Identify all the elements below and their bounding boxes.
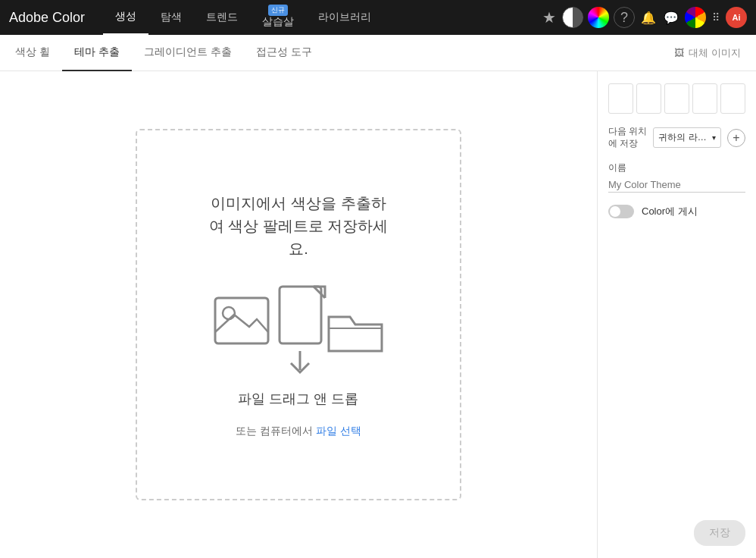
- apps-grid-icon[interactable]: ⠿: [711, 10, 721, 25]
- name-input[interactable]: [608, 177, 745, 193]
- save-to-row: 다음 위치 에 저장 귀하의 라이... ▾ +: [608, 126, 745, 149]
- publish-row: Color에 게시: [608, 205, 745, 218]
- left-panel: 이미지에서 색상을 추출하여 색상 팔레트로 저장하세요.: [0, 71, 597, 558]
- drop-zone-sub-text: 또는 컴퓨터에서 파일 선택: [236, 425, 361, 438]
- user-avatar[interactable]: [685, 7, 706, 28]
- swatch-1: [608, 83, 633, 114]
- add-library-button[interactable]: +: [727, 129, 745, 147]
- drop-zone[interactable]: 이미지에서 색상을 추출하여 색상 팔레트로 저장하세요.: [136, 129, 461, 500]
- drop-zone-dnd-text: 파일 드래그 앤 드롭: [238, 389, 358, 409]
- swatch-3: [664, 83, 689, 114]
- upload-illustration: [208, 275, 389, 374]
- tab-gradient-extract[interactable]: 그레이디언트 추출: [132, 35, 244, 71]
- nav-icons: ★ ? 🔔 💬 ⠿ Ai: [541, 7, 747, 28]
- tab-theme-extract[interactable]: 테마 추출: [62, 35, 132, 71]
- drop-zone-main-text: 이미지에서 색상을 추출하여 색상 팔레트로 저장하세요.: [209, 192, 389, 260]
- replace-image-button[interactable]: 🖼 대체 이미지: [674, 46, 741, 60]
- image-icon: 🖼: [674, 47, 684, 58]
- swatch-5: [720, 83, 745, 114]
- publish-label: Color에 게시: [642, 205, 698, 218]
- svg-point-1: [223, 307, 235, 319]
- notification-icon[interactable]: 🔔: [639, 9, 658, 27]
- main-layout: 이미지에서 색상을 추출하여 색상 팔레트로 저장하세요.: [0, 71, 756, 558]
- adobe-icon[interactable]: Ai: [726, 7, 747, 28]
- file-select-link[interactable]: 파일 선택: [316, 425, 361, 437]
- swatch-2: [636, 83, 661, 114]
- theme-toggle-icon[interactable]: [562, 7, 583, 28]
- save-to-label: 다음 위치 에 저장: [608, 126, 647, 149]
- color-wheel-icon[interactable]: [588, 7, 609, 28]
- name-label: 이름: [608, 161, 745, 174]
- right-panel: 다음 위치 에 저장 귀하의 라이... ▾ + 이름 Color에 게시 저장: [597, 71, 756, 558]
- chat-icon[interactable]: 💬: [662, 9, 680, 27]
- sub-nav: 색상 휠 테마 추출 그레이디언트 추출 접근성 도구 🖼 대체 이미지: [0, 35, 756, 71]
- star-icon[interactable]: ★: [541, 7, 558, 28]
- svg-rect-2: [280, 287, 321, 343]
- tab-color-wheel[interactable]: 색상 휠: [15, 35, 62, 71]
- nav-link-library[interactable]: 라이브러리: [306, 0, 383, 35]
- nav-links: 생성 탐색 트렌드 신규 살습살 라이브러리: [103, 0, 541, 35]
- tab-accessibility[interactable]: 접근성 도구: [244, 35, 324, 71]
- save-button[interactable]: 저장: [694, 520, 745, 546]
- svg-line-3: [314, 287, 325, 298]
- help-icon[interactable]: ?: [614, 7, 635, 28]
- app-logo: Adobe Color: [9, 10, 85, 26]
- publish-toggle[interactable]: [608, 205, 634, 218]
- nav-link-explore[interactable]: 탐색: [148, 0, 194, 35]
- chevron-down-icon: ▾: [712, 133, 716, 142]
- save-to-dropdown[interactable]: 귀하의 라이... ▾: [653, 127, 721, 148]
- new-badge: 신규: [268, 5, 288, 16]
- color-swatches: [608, 83, 745, 114]
- swatch-4: [692, 83, 717, 114]
- upload-svg: [208, 275, 389, 374]
- name-row: 이름: [608, 161, 745, 193]
- nav-link-create[interactable]: 생성: [103, 0, 148, 35]
- nav-link-learn[interactable]: 신규 살습살: [250, 0, 306, 35]
- top-nav: Adobe Color 생성 탐색 트렌드 신규 살습살 라이브러리 ★ ? 🔔…: [0, 0, 756, 35]
- nav-link-trend[interactable]: 트렌드: [194, 0, 250, 35]
